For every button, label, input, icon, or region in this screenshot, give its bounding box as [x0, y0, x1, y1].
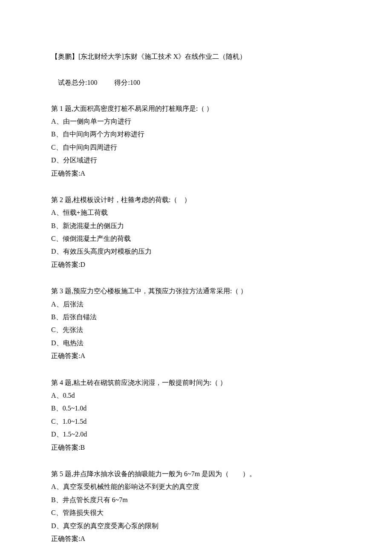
question-1: 第 1 题,大面积高密度打桩不易采用的打桩顺序是:（ ） A、由一侧向单一方向进…	[51, 102, 341, 180]
question-stem: 第 1 题,大面积高密度打桩不易采用的打桩顺序是:（ ）	[51, 102, 341, 115]
option-d: D、1.5~2.0d	[51, 428, 341, 441]
answer-label: 正确答案:	[51, 261, 80, 268]
option-b: B、0.5~1.0d	[51, 402, 341, 415]
option-d: D、有效压头高度内对模板的压力	[51, 245, 341, 258]
option-b: B、自中间向两个方向对称进行	[51, 128, 341, 141]
score-gain-value: 100	[130, 79, 140, 86]
answer-label: 正确答案:	[51, 444, 80, 451]
answer-line: 正确答案:B	[51, 441, 341, 454]
option-d: D、电热法	[51, 337, 341, 350]
option-c: C、管路损失很大	[51, 506, 341, 519]
answer-value: D	[80, 261, 85, 268]
score-line: 试卷总分:100得分:100	[51, 63, 341, 102]
option-a: A、真空泵受机械性能的影响达不到更大的真空度	[51, 480, 341, 493]
option-b: B、后张自锚法	[51, 311, 341, 324]
option-b: B、井点管长度只有 6~7m	[51, 494, 341, 506]
option-c: C、自中间向四周进行	[51, 141, 341, 154]
question-4: 第 4 题,粘土砖在砌筑前应浇水润湿，一般提前时间为:（ ） A、0.5d B、…	[51, 376, 341, 454]
score-total-value: 100	[87, 79, 97, 86]
document-page: 【奥鹏】[东北财经大学]东财《施工技术 X》在线作业二（随机） 试卷总分:100…	[0, 0, 392, 555]
answer-value: B	[80, 444, 85, 451]
exam-title: 【奥鹏】[东北财经大学]东财《施工技术 X》在线作业二（随机）	[51, 50, 341, 63]
answer-label: 正确答案:	[51, 170, 80, 177]
option-a: A、0.5d	[51, 389, 341, 402]
answer-label: 正确答案:	[51, 535, 80, 542]
question-stem: 第 3 题,预应力空心楼板施工中，其预应力张拉方法通常采用:（ ）	[51, 285, 341, 298]
answer-line: 正确答案:A	[51, 167, 341, 180]
option-c: C、先张法	[51, 324, 341, 336]
option-a: A、后张法	[51, 298, 341, 311]
answer-line: 正确答案:D	[51, 258, 341, 271]
question-stem: 第 5 题,井点降水抽水设备的抽吸能力一般为 6~7m 是因为（ ）。	[51, 468, 341, 480]
score-gain-label: 得分:	[114, 79, 130, 86]
option-b: B、新浇混凝土的侧压力	[51, 220, 341, 232]
question-3: 第 3 题,预应力空心楼板施工中，其预应力张拉方法通常采用:（ ） A、后张法 …	[51, 285, 341, 362]
answer-line: 正确答案:A	[51, 532, 341, 545]
question-5: 第 5 题,井点降水抽水设备的抽吸能力一般为 6~7m 是因为（ ）。 A、真空…	[51, 468, 341, 545]
answer-value: A	[80, 170, 85, 177]
answer-line: 正确答案:A	[51, 350, 341, 362]
option-a: A、恒载+施工荷载	[51, 206, 341, 219]
question-stem: 第 2 题,柱模板设计时，柱箍考虑的荷载:（ ）	[51, 194, 341, 206]
answer-label: 正确答案:	[51, 352, 80, 359]
answer-value: A	[80, 352, 85, 359]
option-d: D、分区域进行	[51, 154, 341, 167]
option-c: C、1.0~1.5d	[51, 415, 341, 428]
score-total-label: 试卷总分:	[58, 79, 87, 86]
question-2: 第 2 题,柱模板设计时，柱箍考虑的荷载:（ ） A、恒载+施工荷载 B、新浇混…	[51, 194, 341, 271]
answer-value: A	[80, 535, 85, 542]
option-d: D、真空泵的真空度受离心泵的限制	[51, 520, 341, 532]
question-stem: 第 4 题,粘土砖在砌筑前应浇水润湿，一般提前时间为:（ ）	[51, 376, 341, 389]
option-c: C、倾倒混凝土产生的荷载	[51, 232, 341, 245]
option-a: A、由一侧向单一方向进行	[51, 115, 341, 128]
